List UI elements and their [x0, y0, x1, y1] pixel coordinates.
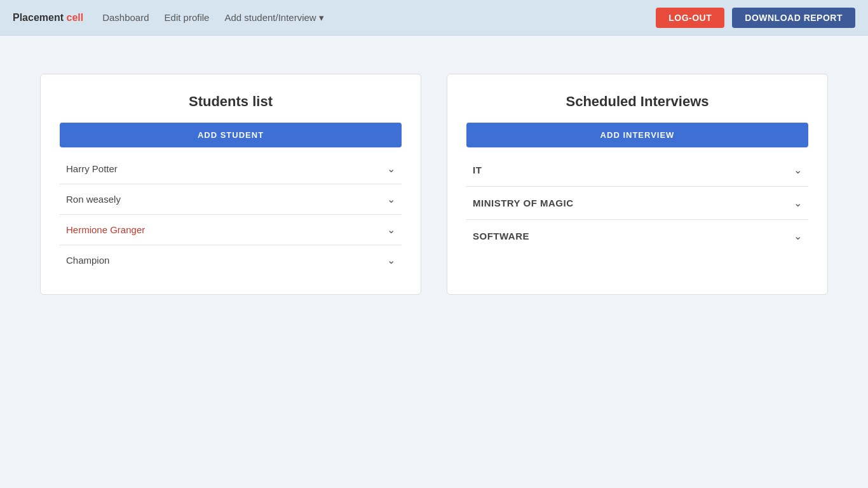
nav-dropdown-arrow-icon: ▾	[319, 12, 324, 24]
nav-links: Dashboard Edit profile Add student/Inter…	[102, 12, 656, 24]
interviews-card: Scheduled Interviews ADD INTERVIEW IT ⌄ …	[447, 74, 828, 295]
chevron-down-icon-software: ⌄	[794, 230, 802, 242]
brand-logo[interactable]: Placement cell	[13, 12, 83, 24]
nav-dashboard[interactable]: Dashboard	[102, 12, 149, 23]
chevron-down-icon-ministry: ⌄	[794, 197, 802, 209]
student-name-ron-weasely: Ron weasely	[66, 194, 121, 205]
chevron-down-icon-hermione: ⌄	[387, 224, 395, 236]
interviews-list: IT ⌄ MINISTRY OF MAGIC ⌄ SOFTWARE ⌄	[466, 154, 808, 252]
interview-name-software: SOFTWARE	[473, 231, 529, 241]
student-item-harry-potter[interactable]: Harry Potter ⌄	[60, 154, 402, 184]
chevron-down-icon-harry: ⌄	[387, 163, 395, 175]
student-name-champion: Champion	[66, 255, 109, 266]
students-card-title: Students list	[60, 93, 402, 110]
main-content: Students list ADD STUDENT Harry Potter ⌄…	[0, 36, 868, 320]
student-name-hermione-granger: Hermione Granger	[66, 224, 145, 235]
chevron-down-icon-champion: ⌄	[387, 254, 395, 266]
student-item-ron-weasely[interactable]: Ron weasely ⌄	[60, 184, 402, 215]
student-item-hermione-granger[interactable]: Hermione Granger ⌄	[60, 215, 402, 245]
students-card: Students list ADD STUDENT Harry Potter ⌄…	[40, 74, 421, 295]
interviews-card-title: Scheduled Interviews	[466, 93, 808, 110]
student-name-harry-potter: Harry Potter	[66, 163, 118, 174]
download-report-button[interactable]: DOWNLOAD REPORT	[732, 8, 855, 28]
interview-item-it[interactable]: IT ⌄	[466, 154, 808, 187]
interview-item-software[interactable]: SOFTWARE ⌄	[466, 220, 808, 252]
interview-name-ministry: MINISTRY OF MAGIC	[473, 198, 574, 208]
brand-highlight: cell	[66, 12, 83, 23]
nav-edit-profile[interactable]: Edit profile	[165, 12, 210, 23]
logout-button[interactable]: LOG-OUT	[656, 8, 724, 28]
students-list: Harry Potter ⌄ Ron weasely ⌄ Hermione Gr…	[60, 154, 402, 275]
nav-add-student-interview[interactable]: Add student/Interview ▾	[224, 12, 323, 24]
student-item-champion[interactable]: Champion ⌄	[60, 245, 402, 275]
interview-item-ministry[interactable]: MINISTRY OF MAGIC ⌄	[466, 187, 808, 220]
chevron-down-icon-it: ⌄	[794, 164, 802, 176]
nav-add-student-interview-label: Add student/Interview	[224, 12, 316, 23]
interview-name-it: IT	[473, 165, 482, 175]
chevron-down-icon-ron: ⌄	[387, 193, 395, 205]
add-student-button[interactable]: ADD STUDENT	[60, 123, 402, 147]
add-interview-button[interactable]: ADD INTERVIEW	[466, 123, 808, 147]
nav-buttons: LOG-OUT DOWNLOAD REPORT	[656, 8, 855, 28]
navbar: Placement cell Dashboard Edit profile Ad…	[0, 0, 868, 36]
